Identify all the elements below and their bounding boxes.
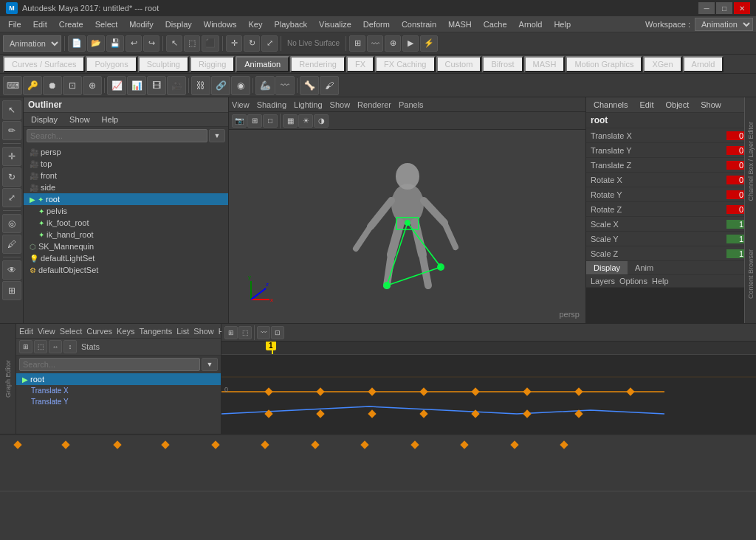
open-scene-button[interactable]: 📂	[87, 35, 105, 52]
menu-key[interactable]: Key	[243, 18, 267, 30]
tab-curves-surfaces[interactable]: Curves / Surfaces	[3, 56, 85, 72]
outliner-item-default-light-set[interactable]: 💡 defaultLightSet	[24, 252, 228, 264]
vp-menu-lighting[interactable]: Lighting	[294, 100, 323, 109]
outliner-item-persp[interactable]: 🎥 persp	[24, 146, 228, 158]
graph-btn-4[interactable]: ↕	[63, 340, 77, 353]
timeline-track[interactable]	[0, 435, 756, 540]
tab-sculpting[interactable]: Sculpting	[138, 56, 189, 72]
graph-tangent-btn[interactable]: 〰	[257, 326, 270, 339]
outliner-item-side[interactable]: 🎥 side	[24, 181, 228, 193]
ik-spline-btn[interactable]: 〰	[275, 76, 295, 95]
menu-mash[interactable]: MASH	[443, 18, 477, 30]
graph-buffer-btn[interactable]: ⊡	[271, 326, 284, 339]
graph-btn-1[interactable]: ⊞	[19, 340, 32, 353]
undo-button[interactable]: ↩	[126, 35, 142, 52]
vp-camera-btn[interactable]: 📷	[232, 114, 247, 128]
outliner-item-front[interactable]: 🎥 front	[24, 170, 228, 181]
mode-select[interactable]: Animation	[3, 35, 61, 52]
paint-skin-btn[interactable]: 🖌	[320, 76, 339, 95]
menu-playback[interactable]: Playback	[269, 18, 312, 30]
menu-deform[interactable]: Deform	[358, 18, 395, 30]
tab-mash[interactable]: MASH	[524, 56, 566, 72]
scale-tool[interactable]: ⤢	[2, 188, 21, 207]
paint-tool[interactable]: ✏	[2, 121, 21, 140]
maximize-button[interactable]: □	[716, 2, 732, 14]
soft-mod-tool[interactable]: ◎	[2, 214, 21, 233]
tab-polygons[interactable]: Polygons	[86, 56, 137, 72]
window-controls[interactable]: ─ □ ✕	[698, 2, 750, 14]
tab-fx[interactable]: FX	[346, 56, 374, 72]
snap-tool[interactable]: ⊞	[2, 281, 21, 300]
paint-select-button[interactable]: ⬛	[202, 35, 219, 52]
lasso-tool-button[interactable]: ⬚	[184, 35, 200, 52]
vp-display-btn[interactable]: ▦	[283, 114, 298, 128]
tab-animation[interactable]: Animation	[236, 56, 289, 72]
menu-arnold[interactable]: Arnold	[514, 18, 548, 30]
key-button[interactable]: ⌨	[3, 76, 22, 95]
graph-editor-btn[interactable]: 📈	[107, 76, 126, 95]
vp-menu-renderer[interactable]: Renderer	[357, 100, 391, 109]
menu-edit[interactable]: Edit	[28, 18, 52, 30]
graph-menu-list[interactable]: List	[176, 327, 189, 336]
minimize-button[interactable]: ─	[698, 2, 715, 14]
menu-windows[interactable]: Windows	[199, 18, 242, 30]
outliner-item-root[interactable]: ▶ ✦ root	[24, 193, 228, 205]
menu-modify[interactable]: Modify	[124, 18, 158, 30]
breakdown-button[interactable]: ⊡	[63, 76, 82, 95]
tab-anim[interactable]: Anim	[628, 261, 661, 274]
graph-search-input[interactable]	[19, 358, 200, 371]
save-scene-button[interactable]: 💾	[106, 35, 124, 52]
workspace-select[interactable]: Animation	[695, 18, 753, 31]
outliner-menu-show[interactable]: Show	[66, 114, 93, 125]
constraint-btn[interactable]: ⛓	[191, 76, 210, 95]
sculpt-tool[interactable]: 🖊	[2, 235, 21, 254]
graph-menu-tangents[interactable]: Tangents	[140, 327, 173, 336]
outliner-item-top[interactable]: 🎥 top	[24, 158, 228, 170]
graph-item-translate-x[interactable]: Translate X	[16, 385, 221, 396]
close-button[interactable]: ✕	[734, 2, 750, 14]
outliner-search-input[interactable]	[27, 129, 207, 142]
options-label[interactable]: Options	[619, 277, 647, 285]
ik-handle-btn[interactable]: 🦾	[255, 76, 275, 95]
snap-grid-button[interactable]: ⊞	[349, 35, 365, 52]
menu-cache[interactable]: Cache	[478, 18, 512, 30]
viewport-canvas[interactable]: persp x y z	[229, 130, 585, 323]
render-button[interactable]: ▶	[402, 35, 419, 52]
menu-select[interactable]: Select	[90, 18, 123, 30]
help-label[interactable]: Help	[652, 277, 669, 285]
rotate-tool-button[interactable]: ↻	[244, 35, 260, 52]
graph-menu-show[interactable]: Show	[193, 327, 214, 336]
vp-menu-show[interactable]: Show	[330, 100, 351, 109]
vp-shadow-btn[interactable]: ◑	[314, 114, 329, 128]
dope-sheet-btn[interactable]: 📊	[127, 76, 146, 95]
outliner-menu-help[interactable]: Help	[99, 114, 122, 125]
vp-menu-shading[interactable]: Shading	[257, 100, 286, 109]
channels-menu[interactable]: Channels	[591, 100, 630, 110]
ipr-render-button[interactable]: ⚡	[420, 35, 438, 52]
auto-key-button[interactable]: ⏺	[43, 76, 62, 95]
trax-editor-btn[interactable]: 🎞	[147, 76, 166, 95]
menu-constrain[interactable]: Constrain	[396, 18, 441, 30]
outliner-item-ik-foot-root[interactable]: ✦ ik_foot_root	[24, 217, 228, 229]
point-constraint-btn[interactable]: ◉	[231, 76, 250, 95]
select-tool-button[interactable]: ↖	[166, 35, 182, 52]
content-browser-tab[interactable]: Content Browser	[747, 249, 755, 299]
show-menu[interactable]: Show	[698, 100, 724, 110]
outliner-item-default-object-set[interactable]: ⚙ defaultObjectSet	[24, 264, 228, 276]
tab-display[interactable]: Display	[586, 261, 628, 274]
tab-fx-caching[interactable]: FX Caching	[375, 56, 435, 72]
menu-visualize[interactable]: Visualize	[314, 18, 357, 30]
snap-point-button[interactable]: ⊕	[385, 35, 401, 52]
vp-light-btn[interactable]: ☀	[298, 114, 313, 128]
move-tool-button[interactable]: ✛	[226, 35, 242, 52]
scale-tool-button[interactable]: ⤢	[261, 35, 278, 52]
graph-menu-view[interactable]: View	[38, 327, 55, 336]
show-hide-tool[interactable]: 👁	[2, 260, 21, 280]
object-menu[interactable]: Object	[662, 100, 692, 110]
layers-label[interactable]: Layers	[591, 277, 615, 285]
graph-zoom-sel[interactable]: ⬚	[238, 326, 252, 339]
new-scene-button[interactable]: 📄	[68, 35, 86, 52]
parent-constraint-btn[interactable]: 🔗	[211, 76, 230, 95]
vp-wireframe-btn[interactable]: □	[263, 114, 278, 128]
outliner-item-sk-mannequin[interactable]: ⬡ SK_Mannequin	[24, 240, 228, 252]
